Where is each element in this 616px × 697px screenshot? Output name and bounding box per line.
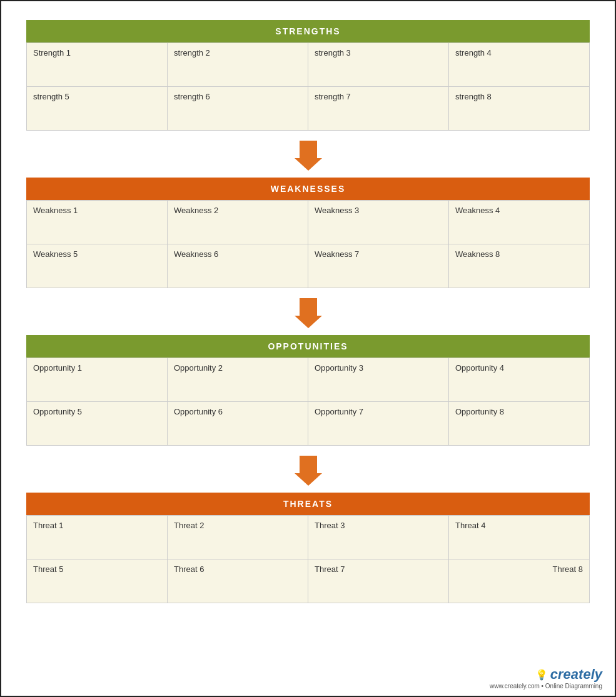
strength-7[interactable]: strength 7 <box>308 87 449 131</box>
strengths-section: STRENGTHS Strength 1 strength 2 strength… <box>26 20 590 131</box>
brand-name: creately <box>550 666 602 683</box>
opportunity-7[interactable]: Opportunity 7 <box>308 402 449 446</box>
strength-1[interactable]: Strength 1 <box>27 43 168 87</box>
strength-4[interactable]: strength 4 <box>449 43 590 87</box>
opportunity-6[interactable]: Opportunity 6 <box>168 402 308 446</box>
strength-8[interactable]: strength 8 <box>449 87 590 131</box>
opportunities-grid: Opportunity 1 Opportunity 2 Opportunity … <box>26 358 590 446</box>
threats-header: THREATS <box>26 493 590 515</box>
threat-1[interactable]: Threat 1 <box>27 516 168 559</box>
strength-2[interactable]: strength 2 <box>168 43 308 87</box>
weakness-1[interactable]: Weakness 1 <box>27 201 168 244</box>
weakness-2[interactable]: Weakness 2 <box>168 201 308 244</box>
threats-section: THREATS Threat 1 Threat 2 Threat 3 Threa… <box>26 493 590 603</box>
arrow-2 <box>26 294 590 332</box>
opportunity-5[interactable]: Opportunity 5 <box>27 402 168 446</box>
threat-6[interactable]: Threat 6 <box>168 559 308 603</box>
opportunity-1[interactable]: Opportunity 1 <box>27 358 168 402</box>
opportunities-header: OPPOTUNITIES <box>26 335 590 358</box>
footer-tagline: www.creately.com • Online Diagramming <box>490 683 602 689</box>
strength-6[interactable]: strength 6 <box>168 87 308 131</box>
threat-8[interactable]: Threat 8 <box>449 559 590 603</box>
threat-3[interactable]: Threat 3 <box>308 516 449 559</box>
weakness-6[interactable]: Weakness 6 <box>168 244 308 288</box>
weaknesses-header: WEAKNESSES <box>26 178 590 200</box>
threat-5[interactable]: Threat 5 <box>27 559 168 603</box>
weakness-3[interactable]: Weakness 3 <box>308 201 449 244</box>
footer: 💡 creately www.creately.com • Online Dia… <box>490 666 602 689</box>
strength-3[interactable]: strength 3 <box>308 43 449 87</box>
bulb-icon: 💡 <box>535 669 548 681</box>
threats-grid: Threat 1 Threat 2 Threat 3 Threat 4 Thre… <box>26 515 590 603</box>
opportunity-3[interactable]: Opportunity 3 <box>308 358 449 402</box>
threat-4[interactable]: Threat 4 <box>449 516 590 559</box>
page-container: STRENGTHS Strength 1 strength 2 strength… <box>1 1 615 622</box>
arrow-1 <box>26 137 590 174</box>
strength-5[interactable]: strength 5 <box>27 87 168 131</box>
weakness-5[interactable]: Weakness 5 <box>27 244 168 288</box>
weakness-4[interactable]: Weakness 4 <box>449 201 590 244</box>
opportunities-section: OPPOTUNITIES Opportunity 1 Opportunity 2… <box>26 335 590 446</box>
weakness-8[interactable]: Weakness 8 <box>449 244 590 288</box>
threat-2[interactable]: Threat 2 <box>168 516 308 559</box>
weaknesses-section: WEAKNESSES Weakness 1 Weakness 2 Weaknes… <box>26 178 590 288</box>
opportunity-2[interactable]: Opportunity 2 <box>168 358 308 402</box>
footer-content: 💡 creately www.creately.com • Online Dia… <box>490 666 602 689</box>
weakness-7[interactable]: Weakness 7 <box>308 244 449 288</box>
weaknesses-grid: Weakness 1 Weakness 2 Weakness 3 Weaknes… <box>26 200 590 288</box>
opportunity-4[interactable]: Opportunity 4 <box>449 358 590 402</box>
arrow-3 <box>26 452 590 489</box>
strengths-grid: Strength 1 strength 2 strength 3 strengt… <box>26 43 590 131</box>
opportunity-8[interactable]: Opportunity 8 <box>449 402 590 446</box>
strengths-header: STRENGTHS <box>26 20 590 43</box>
threat-7[interactable]: Threat 7 <box>308 559 449 603</box>
